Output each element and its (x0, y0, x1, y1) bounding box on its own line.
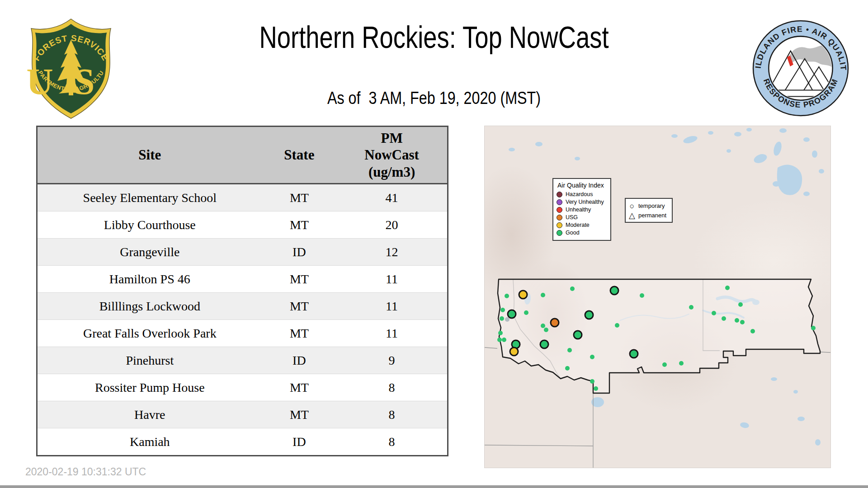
temporary-marker-icon: ○ (628, 202, 636, 210)
aqi-legend-title: Air Quality Index (557, 182, 607, 189)
site-cell: Great Falls Overlook Park (37, 320, 262, 347)
pm-value-cell: 12 (336, 239, 448, 266)
monitor-dot-good (502, 338, 506, 342)
aqi-legend-item: Good (557, 229, 607, 237)
site-cell: Grangeville (37, 239, 262, 266)
table-row: KamiahID8 (37, 428, 448, 456)
table-row: Rossiter Pump HouseMT8 (37, 374, 448, 401)
aqi-color-dot (557, 230, 562, 236)
aqi-legend-items: HazardousVery UnhealthyUnhealthyUSGModer… (557, 191, 607, 237)
col-header-site: Site (37, 127, 262, 184)
site-cell: Pinehurst (37, 347, 262, 374)
aqi-legend-label: Unhealthy (566, 207, 591, 213)
pm-value-cell: 8 (336, 401, 448, 428)
aqi-color-dot (557, 215, 562, 221)
permanent-marker-icon: △ (628, 211, 636, 220)
table-row: GrangevilleID12 (37, 239, 448, 266)
state-cell: MT (262, 293, 337, 320)
monitor-dot-good (500, 316, 504, 321)
state-cell: MT (262, 266, 337, 293)
aqi-legend-label: USG (566, 215, 578, 221)
state-cell: MT (262, 401, 337, 428)
col-header-pm: PM NowCast (ug/m3) (336, 127, 448, 184)
aqi-color-dot (557, 199, 562, 205)
table-row: Great Falls Overlook ParkMT11 (37, 320, 448, 347)
page-title: Northern Rockies: Top NowCast (259, 21, 609, 53)
nowcast-table-body: Seeley Elementary SchoolMT41Libby Courth… (37, 184, 448, 456)
monitor-dot-good (505, 294, 509, 298)
monitor-dot-good (712, 311, 716, 315)
monitor-dot-good (811, 326, 816, 330)
table-row: HavreMT8 (37, 401, 448, 428)
monitor-dot-moderate (519, 290, 528, 300)
pm-value-cell: 11 (336, 320, 448, 347)
aqi-legend-label: Moderate (566, 222, 590, 228)
monitor-dot-good (524, 310, 528, 315)
timestamp: 2020-02-19 10:31:32 UTC (25, 466, 146, 478)
state-cell: MT (262, 211, 337, 239)
table-row: Billlings LockwoodMT11 (37, 293, 448, 320)
monitor-dot-good (590, 355, 594, 359)
site-cell: Libby Courthouse (37, 211, 262, 239)
state-cell: MT (262, 320, 337, 347)
forest-service-logo: FOREST SERVICE US DEPARTMENT OF AGRICULT… (26, 17, 116, 120)
monitor-dot-good (740, 320, 745, 324)
monitor-dot-good (498, 331, 503, 335)
monitor-dot-good (594, 386, 598, 391)
monitor-dot-good (640, 293, 644, 298)
aqi-legend-item: Very Unhealthy (557, 198, 607, 206)
monitor-dot-good (540, 340, 549, 349)
pm-value-cell: 8 (336, 428, 448, 456)
monitor-dot-good (738, 302, 743, 307)
table-header-row: SiteStatePM NowCast (ug/m3) (37, 127, 448, 184)
monitor-dot-good (541, 324, 545, 328)
pm-value-cell: 11 (336, 293, 448, 320)
site-cell: Havre (37, 401, 262, 428)
site-cell: Seeley Elementary School (37, 184, 262, 211)
monitor-dot-usg (550, 318, 560, 328)
site-cell: Hamilton PS 46 (37, 266, 262, 293)
aqi-legend: Air Quality Index HazardousVery Unhealth… (552, 178, 611, 241)
monitor-dot-good (544, 328, 548, 332)
monitor-dot-good (497, 338, 502, 342)
marker-type-item: △permanent (628, 211, 669, 220)
site-cell: Billlings Lockwood (37, 293, 262, 320)
marker-type-item: ○temporary (628, 201, 669, 211)
monitor-dot-moderate (509, 347, 519, 357)
pm-value-cell: 20 (336, 211, 448, 239)
monitor-dot-good (565, 366, 570, 371)
map: Air Quality Index HazardousVery Unhealth… (485, 126, 830, 468)
page-subtitle: As of 3 AM, Feb 19, 2020 (MST) (327, 89, 541, 108)
monitor-dot-good (541, 293, 545, 297)
aqi-legend-item: Moderate (557, 221, 607, 229)
col-header-state: State (262, 127, 337, 184)
wfaqrp-logo: WILDLAND FIRE • AIR QUALITY RESPONSE PRO… (750, 18, 851, 118)
aqi-legend-label: Very Unhealthy (566, 199, 604, 205)
site-cell: Rossiter Pump House (37, 374, 262, 401)
marker-type-label: temporary (638, 202, 665, 209)
state-cell: ID (262, 347, 337, 374)
nowcast-table: SiteStatePM NowCast (ug/m3) Seeley Eleme… (36, 126, 448, 456)
monitor-dot-good (750, 329, 755, 333)
aqi-legend-item: Hazardous (557, 191, 607, 198)
monitor-dot-good (567, 348, 572, 352)
monitor-dot-good (735, 318, 739, 323)
aqi-color-dot (557, 207, 562, 213)
marker-type-label: permanent (638, 212, 666, 219)
monitor-dot-good (629, 349, 639, 359)
aqi-legend-item: Unhealthy (557, 206, 607, 214)
aqi-color-dot (557, 192, 562, 197)
aqi-legend-item: USG (557, 214, 607, 221)
monitor-dot-good (590, 379, 594, 384)
monitor-dot-nodata (505, 317, 509, 322)
monitor-dot-good (615, 323, 619, 328)
table-row: Libby CourthouseMT20 (37, 211, 448, 239)
monitor-dot-good (689, 305, 693, 310)
site-cell: Kamiah (37, 428, 262, 456)
table-row: Seeley Elementary SchoolMT41 (37, 184, 448, 211)
marker-type-legend-items: ○temporary△permanent (628, 201, 669, 220)
pm-value-cell: 11 (336, 266, 448, 293)
monitor-dot-good (585, 310, 594, 320)
table-row: Hamilton PS 46MT11 (37, 266, 448, 293)
bottom-edge-divider (0, 485, 868, 488)
